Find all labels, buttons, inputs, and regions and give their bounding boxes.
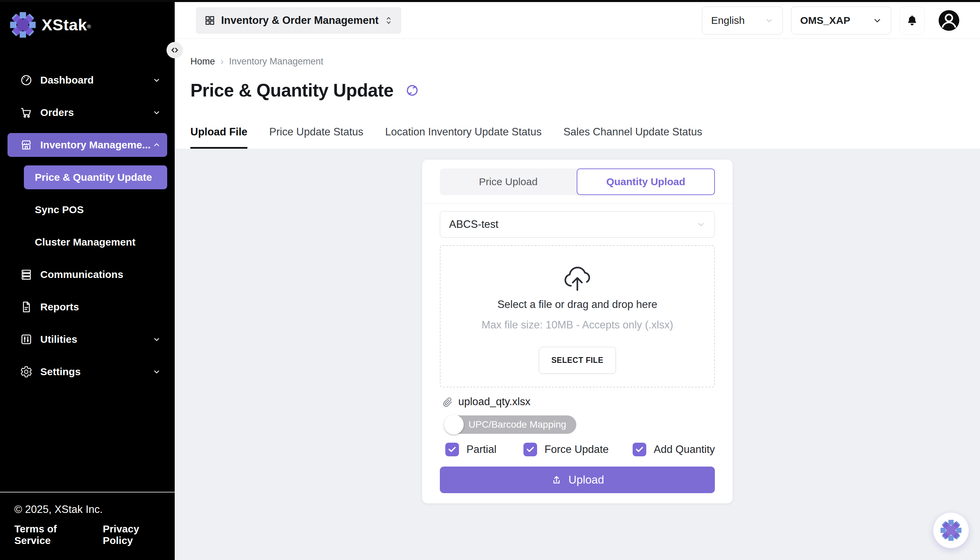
channel-select[interactable]: ABCS-test <box>440 211 715 238</box>
grid-icon <box>205 15 215 26</box>
copyright-text: © 2025, XStak Inc. <box>14 503 161 516</box>
chevron-down-icon <box>696 220 706 229</box>
refresh-button[interactable] <box>405 83 419 98</box>
brand-name: XStak <box>42 16 87 34</box>
upload-mode-toggle: Price Upload Quantity Upload <box>440 168 715 195</box>
xstak-logo-icon <box>10 12 36 38</box>
toggle-knob <box>444 415 464 435</box>
add-quantity-option: Add Quantity <box>633 443 715 456</box>
partial-checkbox[interactable] <box>445 443 459 456</box>
sidebar-item-settings[interactable]: Settings <box>8 360 167 384</box>
upload-button[interactable]: Upload <box>440 467 715 493</box>
upload-card: Price Upload Quantity Upload ABCS-test S… <box>422 160 733 503</box>
sidebar-menu: Dashboard Orders Inventory Manageme... <box>0 68 175 384</box>
chevron-down-icon <box>765 16 773 25</box>
sidebar-item-cluster-management[interactable]: Cluster Management <box>24 230 167 254</box>
page-header: Home › Inventory Management Price & Quan… <box>175 39 980 149</box>
dropzone-hint: Max file size: 10MB - Accepts only (.xls… <box>447 319 707 331</box>
check-icon <box>448 445 457 454</box>
document-icon <box>20 300 33 313</box>
chevron-down-icon <box>152 367 161 376</box>
price-upload-tab[interactable]: Price Upload <box>440 168 577 195</box>
chevron-down-icon <box>152 108 161 117</box>
chevron-down-icon <box>152 76 161 85</box>
sidebar-item-dashboard[interactable]: Dashboard <box>8 68 167 92</box>
upc-barcode-mapping-toggle[interactable]: UPC/Barcode Mapping <box>445 415 576 434</box>
store-icon <box>20 138 33 152</box>
brand-reg-mark: ® <box>87 23 91 29</box>
upload-tray-icon <box>551 474 563 486</box>
sidebar-item-utilities[interactable]: Utilities <box>8 327 167 351</box>
page-title: Price & Quantity Update <box>190 80 394 101</box>
xstak-logo-icon <box>940 519 962 541</box>
tab-location-inventory-update-status[interactable]: Location Inventory Update Status <box>385 126 541 149</box>
sliders-icon <box>20 333 33 346</box>
chevron-up-icon <box>152 140 161 149</box>
collapse-icon <box>170 46 179 55</box>
select-file-button[interactable]: SELECT FILE <box>539 347 616 374</box>
breadcrumb-current: Inventory Management <box>229 56 323 67</box>
force-update-option: Force Update <box>523 443 633 456</box>
language-value: English <box>711 15 745 26</box>
terms-of-service-link[interactable]: Terms of Service <box>14 523 83 547</box>
updown-chevrons-icon <box>385 16 392 25</box>
chevron-down-icon <box>873 16 882 25</box>
topbar: Inventory & Order Management English OMS… <box>175 0 980 39</box>
notifications-button[interactable] <box>900 7 925 35</box>
check-icon <box>635 445 644 454</box>
breadcrumb: Home › Inventory Management <box>190 56 980 67</box>
attached-file-row: upload_qty.xlsx <box>442 396 715 408</box>
card-divider <box>422 203 733 203</box>
cloud-upload-icon <box>560 263 594 293</box>
sidebar-item-reports[interactable]: Reports <box>8 295 167 319</box>
window-top-edge <box>0 0 980 2</box>
sidebar-footer: © 2025, XStak Inc. Terms of Service Priv… <box>0 492 175 560</box>
tab-bar: Upload File Price Update Status Location… <box>190 126 702 149</box>
tab-price-update-status[interactable]: Price Update Status <box>269 126 363 149</box>
channel-select-value: ABCS-test <box>449 218 499 230</box>
force-update-checkbox[interactable] <box>523 443 537 456</box>
upload-button-label: Upload <box>568 473 604 486</box>
sidebar-item-orders[interactable]: Orders <box>8 101 167 125</box>
sidebar-collapse-button[interactable] <box>167 42 183 58</box>
options-row: Partial Force Update Add Quantity <box>440 443 715 456</box>
workspace-value: OMS_XAP <box>800 15 850 26</box>
add-quantity-checkbox[interactable] <box>633 443 646 456</box>
app-selector-label: Inventory & Order Management <box>221 14 379 27</box>
paperclip-icon <box>442 396 453 407</box>
file-dropzone[interactable]: Select a file or drag and drop here Max … <box>440 245 715 387</box>
sidebar-item-communications[interactable]: Communications <box>8 263 167 287</box>
dropzone-headline: Select a file or drag and drop here <box>447 298 707 311</box>
tab-sales-channel-update-status[interactable]: Sales Channel Update Status <box>563 126 702 149</box>
sidebar-item-price-quantity-update[interactable]: Price & Quantity Update <box>24 165 167 189</box>
brand-logo[interactable]: XStak® <box>0 0 175 38</box>
sidebar-item-sync-pos[interactable]: Sync POS <box>24 198 167 222</box>
sidebar: XStak® Dashboard Orders <box>0 0 175 560</box>
check-icon <box>526 445 535 454</box>
privacy-policy-link[interactable]: Privacy Policy <box>103 523 161 547</box>
cart-icon <box>20 106 33 119</box>
refresh-icon <box>405 83 419 98</box>
language-select[interactable]: English <box>702 7 783 35</box>
gear-icon <box>20 365 33 378</box>
app-root: XStak® Dashboard Orders <box>0 0 980 560</box>
user-avatar[interactable] <box>938 9 960 32</box>
attached-file-name: upload_qty.xlsx <box>458 396 530 408</box>
bell-icon <box>906 14 918 27</box>
quantity-upload-tab[interactable]: Quantity Upload <box>577 168 715 195</box>
breadcrumb-home[interactable]: Home <box>190 56 215 67</box>
help-widget-button[interactable] <box>933 512 969 548</box>
tab-upload-file[interactable]: Upload File <box>190 126 247 149</box>
app-selector[interactable]: Inventory & Order Management <box>196 7 401 34</box>
sidebar-item-inventory-management[interactable]: Inventory Manageme... <box>8 133 167 157</box>
content-area: Price Upload Quantity Upload ABCS-test S… <box>175 149 980 560</box>
chevron-down-icon <box>152 335 161 344</box>
toggle-label: UPC/Barcode Mapping <box>469 419 566 430</box>
server-list-icon <box>20 268 33 281</box>
dashboard-icon <box>20 74 33 87</box>
breadcrumb-separator: › <box>220 56 224 67</box>
workspace-select[interactable]: OMS_XAP <box>791 7 891 35</box>
partial-option: Partial <box>445 443 523 456</box>
